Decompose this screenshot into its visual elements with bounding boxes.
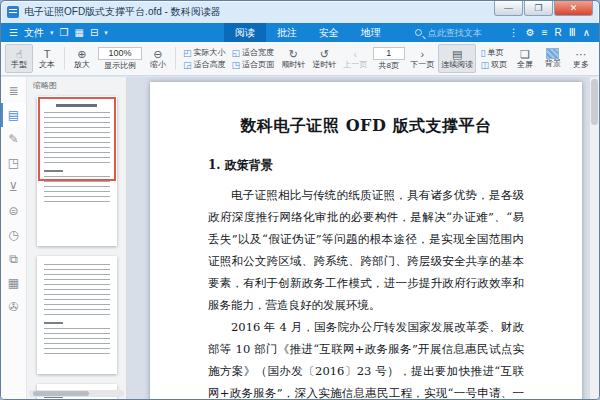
menubar-right-icons: ⋮ ⚙ ≡ R Ⅲ ∧ (500, 27, 599, 38)
file-menu[interactable]: 文件 (24, 26, 44, 40)
rotate-counterclockwise-label: 逆时针 (312, 60, 336, 70)
zoom-ratio-label: 显示比例 (104, 61, 136, 71)
single-page-label: 单页 (487, 47, 503, 58)
sidebar-item-clip[interactable]: ✇ (1, 295, 26, 319)
fit-page-button[interactable]: ◳适合页面 (231, 59, 274, 70)
sidebar-item-stamp[interactable]: ⊜ (1, 199, 26, 223)
previous-page-button[interactable]: ‹ 上一页 (340, 44, 371, 73)
rotate-clockwise-button[interactable]: ↻ 顺时针 (278, 44, 309, 73)
fit-page-icon: ◳ (231, 60, 240, 70)
titlebar: 电子证照OFD版式支撑平台.ofd - 数科阅读器 — ❐ ✕ (1, 1, 599, 23)
continuous-reading-button[interactable]: ▤ 连续阅读 (438, 44, 477, 73)
content-area: ≣ ▤ ✎ ◳ ⊻ ⊜ ◷ ⧉ ▦ ✇ 缩略图 (1, 77, 599, 399)
close-button[interactable]: ✕ (554, 1, 593, 16)
document-vertical-scrollbar[interactable] (589, 77, 599, 399)
file-menu-group: ☰ 文件 ▾ ❐ ▦ ⊟ ▾ (1, 26, 116, 40)
tab-geo[interactable]: 地理 (350, 23, 392, 42)
thumbnail-horizontal-scrollbar[interactable] (29, 390, 124, 397)
background-label: 背景 (545, 59, 561, 69)
tab-security[interactable]: 安全 (308, 23, 350, 42)
continuous-reading-icon: ▤ (452, 48, 462, 60)
zoom-out-label: 缩小 (150, 60, 166, 70)
zoom-in-label: 放大 (74, 60, 90, 70)
list-view-icon[interactable]: ≡ (542, 27, 548, 38)
fit-actual-icon: ◰ (183, 48, 192, 58)
thumbnail-heading-line (44, 322, 64, 324)
maximize-button[interactable]: ❐ (524, 1, 553, 16)
fullscreen-icon: ❏ (520, 48, 530, 60)
page-thumbnail-2[interactable] (37, 256, 117, 374)
zoom-in-button[interactable]: ⊕ 放大 (68, 44, 96, 73)
rotate-clockwise-label: 顺时针 (281, 60, 305, 70)
document-page[interactable]: 数科电子证照 OFD 版式支撑平台 1. 政策背景 电子证照相比与传统的纸质证照… (150, 82, 582, 399)
document-section-heading: 1. 政策背景 (208, 157, 524, 174)
page-thumbnail-1[interactable] (37, 96, 117, 246)
previous-page-icon: ‹ (354, 48, 358, 60)
double-page-label: 双页 (491, 59, 507, 70)
open-file-icon[interactable]: ❐ (59, 27, 68, 38)
fit-height-icon: ◲ (183, 60, 192, 70)
sidebar-item-attachments[interactable]: ⊻ (1, 175, 26, 199)
fit-height-label: 适合高度 (193, 59, 225, 70)
background-button[interactable]: 背景 (539, 44, 567, 73)
tab-annotate[interactable]: 批注 (266, 23, 308, 42)
fit-width-icon: ◱ (231, 48, 240, 58)
zoom-out-icon: ⊖ (153, 48, 162, 60)
hand-tool-button[interactable]: ☝ 手型 (5, 44, 33, 73)
hamburger-icon[interactable]: ☰ (9, 27, 18, 38)
save-icon[interactable]: ▦ (74, 27, 83, 38)
more-vertical-icon[interactable]: ⋮ (509, 27, 519, 38)
rotate-counterclockwise-button[interactable]: ↺ 逆时针 (309, 44, 340, 73)
hand-icon: ☝ (16, 48, 23, 60)
more-icon: ⋯ (575, 48, 586, 60)
fit-actual-label: 实际大小 (193, 47, 225, 58)
sidebar-item-signature[interactable]: ✎ (1, 127, 26, 151)
fit-width-label: 适合宽度 (242, 47, 274, 58)
more-button[interactable]: ⋯ 更多 (567, 44, 595, 73)
sidebar-item-layers[interactable]: ⧉ (1, 247, 26, 271)
fit-actual-size-button[interactable]: ◰实际大小 (183, 47, 226, 58)
zoom-ratio-input[interactable] (98, 47, 142, 60)
columns-icon[interactable]: Ⅲ (569, 27, 576, 38)
gear-icon[interactable]: ⚙ (526, 27, 535, 38)
page-number-input[interactable] (373, 47, 405, 60)
file-menu-caret-icon[interactable]: ▾ (50, 29, 54, 37)
text-select-label: 文本 (39, 60, 55, 70)
viewport-indicator[interactable] (38, 97, 116, 181)
quickbar-caret-icon[interactable]: ▾ (104, 29, 108, 37)
attachment-download-icon: ⊻ (9, 180, 18, 194)
next-page-button[interactable]: › 下一页 (407, 44, 438, 73)
print-icon[interactable]: ⊟ (90, 27, 98, 38)
single-page-button[interactable]: ▯单页 (480, 47, 507, 58)
collapse-ribbon-icon[interactable]: ∧ (583, 27, 590, 38)
zoom-out-button[interactable]: ⊖ 缩小 (144, 44, 172, 73)
sidebar-icon-strip: ≣ ▤ ✎ ◳ ⊻ ⊜ ◷ ⧉ ▦ ✇ (1, 77, 27, 399)
sidebar-item-seal[interactable]: ◳ (1, 151, 26, 175)
text-select-icon: T (44, 48, 51, 60)
rotate-clockwise-icon: ↻ (289, 48, 298, 60)
sidebar-item-thumbnails[interactable]: ▤ (1, 103, 26, 127)
search-box[interactable] (415, 27, 500, 39)
scrollbar-thumb[interactable] (33, 391, 89, 396)
fit-height-button[interactable]: ◲适合高度 (183, 59, 226, 70)
sidebar-item-history[interactable]: ◷ (1, 223, 26, 247)
single-page-icon: ▯ (480, 48, 485, 58)
minimize-button[interactable]: — (494, 1, 523, 16)
fit-width-button[interactable]: ◱适合宽度 (231, 47, 274, 58)
double-page-button[interactable]: ◫双页 (480, 59, 507, 70)
scrollbar-thumb[interactable] (591, 79, 598, 125)
tab-read[interactable]: 阅读 (224, 23, 266, 42)
fullscreen-button[interactable]: ❏ 全屏 (511, 44, 539, 73)
document-paragraph: 电子证照相比与传统的纸质证照，具有诸多优势，是各级政府深度推行网络化审批的必要构… (208, 184, 524, 316)
outline-icon: ≣ (8, 84, 18, 98)
sidebar-item-outline[interactable]: ≣ (1, 79, 26, 103)
search-input[interactable] (426, 27, 500, 39)
thumbnail-text-lines (44, 328, 110, 356)
document-paragraph: 2016 年 4 月，国务院办公厅转发国家发展改革委、财政部等 10 部门《推进… (208, 316, 524, 399)
read-mode-icon[interactable]: R (555, 27, 562, 38)
previous-page-label: 上一页 (343, 60, 367, 70)
sidebar-item-grid[interactable]: ▦ (1, 271, 26, 295)
text-select-button[interactable]: T 文本 (33, 44, 61, 73)
signature-icon: ✎ (8, 132, 18, 146)
toolbar-separator (64, 47, 65, 70)
